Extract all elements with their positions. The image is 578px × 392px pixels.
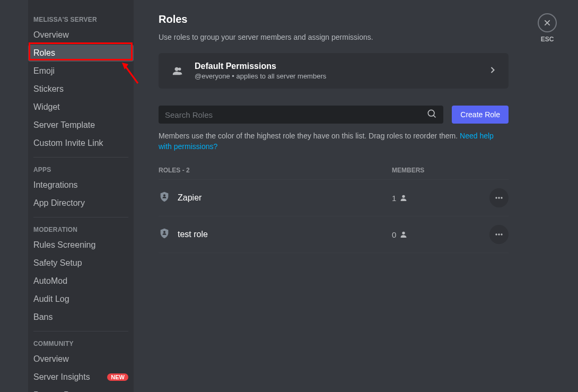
more-options-button[interactable] xyxy=(489,188,509,207)
default-permissions-card[interactable]: Default Permissions @everyone • applies … xyxy=(159,53,509,89)
role-member-count: 1 xyxy=(392,194,445,203)
sidebar-item-roles[interactable]: Roles xyxy=(28,45,134,62)
sidebar-item-label: Widget xyxy=(33,102,60,112)
sidebar-item-label: Stickers xyxy=(33,84,64,94)
sidebar-item-label: Roles xyxy=(33,48,55,58)
svg-point-2 xyxy=(163,194,165,196)
close-label: ESC xyxy=(541,36,554,43)
create-role-button[interactable]: Create Role xyxy=(452,106,509,124)
dots-icon xyxy=(494,193,504,203)
new-badge: NEW xyxy=(107,373,128,381)
left-gutter xyxy=(0,0,28,392)
hint-text: Members use the color of the highest rol… xyxy=(159,131,509,152)
roles-table-header: ROLES - 2 MEMBERS xyxy=(159,167,509,179)
svg-point-8 xyxy=(402,232,405,234)
shield-icon xyxy=(159,228,170,241)
person-icon xyxy=(399,230,408,239)
close-button[interactable] xyxy=(538,13,557,32)
sidebar-item-overview[interactable]: Overview xyxy=(28,27,134,43)
sidebar-item-label: Audit Log xyxy=(33,294,69,304)
default-permissions-subtitle: @everyone • applies to all server member… xyxy=(195,72,479,80)
sidebar-item-partner[interactable]: Partner Program xyxy=(28,387,134,392)
svg-point-10 xyxy=(498,234,500,236)
nav-divider xyxy=(33,157,128,158)
role-member-count: 0 xyxy=(392,230,445,239)
sidebar-item-audit[interactable]: Audit Log xyxy=(28,291,134,308)
sidebar-item-label: AutoMod xyxy=(33,276,67,286)
svg-point-0 xyxy=(428,110,435,116)
sidebar-item-label: Custom Invite Link xyxy=(33,138,103,148)
svg-point-4 xyxy=(495,197,497,199)
dots-icon xyxy=(494,229,504,240)
sidebar-item-invite[interactable]: Custom Invite Link xyxy=(28,135,134,152)
svg-point-6 xyxy=(501,197,502,199)
sidebar-item-directory[interactable]: App Directory xyxy=(28,195,134,212)
main-content: Roles Use roles to group your server mem… xyxy=(134,0,578,392)
search-icon xyxy=(426,108,437,121)
person-icon xyxy=(399,194,408,202)
page-subtitle: Use roles to group your server members a… xyxy=(159,33,509,41)
sidebar-item-automod[interactable]: AutoMod xyxy=(28,273,134,290)
nav-divider xyxy=(33,217,128,217)
sidebar-item-template[interactable]: Server Template xyxy=(28,117,134,134)
svg-point-7 xyxy=(163,231,165,233)
sidebar-item-stickers[interactable]: Stickers xyxy=(28,81,134,98)
close-icon xyxy=(543,19,551,27)
role-row[interactable]: test role 0 xyxy=(159,216,509,253)
sidebar-item-label: Overview xyxy=(33,354,69,364)
role-row[interactable]: Zapier 1 xyxy=(159,179,509,216)
members-icon xyxy=(169,63,186,80)
chevron-right-icon xyxy=(487,65,498,77)
svg-line-1 xyxy=(434,115,436,117)
sidebar-item-rules[interactable]: Rules Screening xyxy=(28,237,134,254)
sidebar-item-bans[interactable]: Bans xyxy=(28,309,134,326)
sidebar-item-widget[interactable]: Widget xyxy=(28,99,134,116)
sidebar-item-integrations[interactable]: Integrations xyxy=(28,177,134,194)
sidebar-item-label: Server Insights xyxy=(33,372,90,382)
sidebar-item-safety[interactable]: Safety Setup xyxy=(28,255,134,272)
sidebar-item-insights[interactable]: Server Insights NEW xyxy=(28,369,134,386)
section-header-moderation: MODERATION xyxy=(28,222,134,236)
section-header-server: MELISSA'S SERVER xyxy=(28,12,134,25)
svg-point-11 xyxy=(501,234,502,236)
search-input[interactable] xyxy=(165,110,426,119)
role-name: Zapier xyxy=(178,193,392,203)
header-roles-count: ROLES - 2 xyxy=(159,167,392,174)
svg-point-9 xyxy=(495,234,497,236)
sidebar-item-emoji[interactable]: Emoji xyxy=(28,63,134,80)
page-title: Roles xyxy=(159,13,509,25)
more-options-button[interactable] xyxy=(489,225,509,244)
settings-sidebar: MELISSA'S SERVER Overview Roles Emoji St… xyxy=(28,0,134,392)
sidebar-item-community-overview[interactable]: Overview xyxy=(28,351,134,368)
sidebar-item-label: Integrations xyxy=(33,180,78,190)
sidebar-item-label: Bans xyxy=(33,312,52,322)
svg-point-5 xyxy=(498,197,500,199)
sidebar-item-label: Rules Screening xyxy=(33,240,95,250)
section-header-community: COMMUNITY xyxy=(28,336,134,350)
sidebar-item-label: Server Template xyxy=(33,120,95,130)
sidebar-item-label: Emoji xyxy=(33,66,55,76)
sidebar-item-label: App Directory xyxy=(33,198,85,208)
nav-divider xyxy=(33,331,128,332)
header-members: MEMBERS xyxy=(392,167,445,174)
sidebar-item-label: Overview xyxy=(33,30,69,40)
default-permissions-title: Default Permissions xyxy=(195,62,479,71)
svg-point-3 xyxy=(402,195,405,198)
search-box[interactable] xyxy=(159,106,443,124)
close-section: ESC xyxy=(538,13,557,43)
role-name: test role xyxy=(178,230,392,239)
section-header-apps: APPS xyxy=(28,162,134,176)
sidebar-item-label: Safety Setup xyxy=(33,258,82,268)
shield-icon xyxy=(159,191,170,205)
